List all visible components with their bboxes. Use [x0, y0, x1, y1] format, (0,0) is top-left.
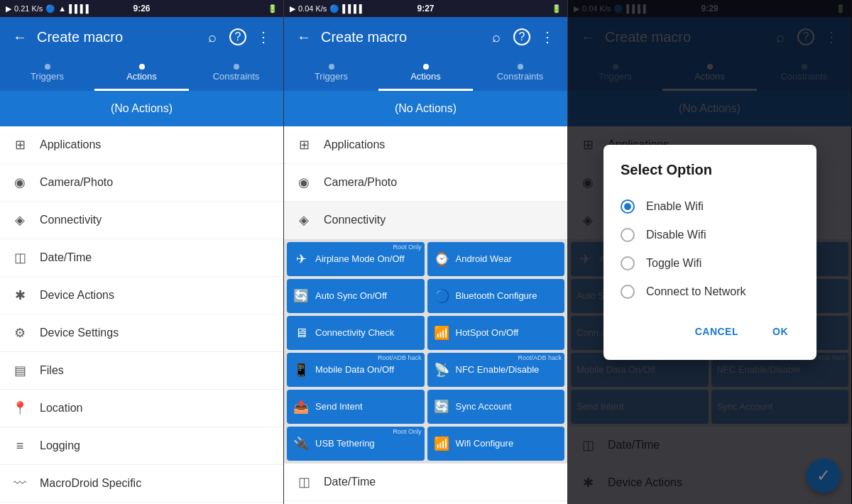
deviceactions-icon-1: ✱ [11, 287, 28, 304]
menu-item-devicesettings-1[interactable]: ⚙ Device Settings [0, 314, 283, 352]
search-icon-2[interactable]: ⌕ [485, 26, 508, 48]
help-icon-2[interactable]: ? [513, 28, 530, 45]
radio-connect-network[interactable] [621, 285, 635, 299]
tab-triggers-1[interactable]: Triggers [0, 57, 94, 91]
dialog-title: Select Option [621, 162, 799, 178]
connectivity-icon-1: ◈ [11, 212, 28, 229]
camera-label-2: Camera/Photo [324, 176, 556, 189]
tab-actions-label-2: Actions [410, 71, 441, 82]
location-icon-1: 📍 [11, 400, 28, 417]
app-icon-2: ▶ [290, 4, 295, 13]
tab-actions-2[interactable]: Actions [378, 57, 473, 91]
menu-item-datetime-1[interactable]: ◫ Date/Time [0, 239, 283, 277]
action-auto-sync[interactable]: 🔄 Auto Sync On/Off [287, 279, 425, 313]
dialog-option-disable-wifi[interactable]: Disable Wifi [621, 221, 799, 249]
menu-item-datetime-2[interactable]: ◫ Date/Time [284, 464, 567, 501]
menu-item-applications-2[interactable]: ⊞ Applications [284, 126, 567, 164]
hotspot-icon: 📶 [433, 325, 450, 341]
tab-triggers-2[interactable]: Triggers [284, 57, 378, 91]
root-badge-nfc: Root/ADB hack [518, 354, 562, 361]
usb-icon: 🔌 [293, 436, 310, 451]
action-nfc[interactable]: Root/ADB hack 📡 NFC Enable/Disable [427, 353, 565, 387]
logging-icon-1: ≡ [11, 437, 28, 454]
app-icon-1: ▶ [6, 4, 11, 13]
menu-item-macrodroid-1[interactable]: 〰 MacroDroid Specific [0, 465, 283, 503]
tab-bar-2: Triggers Actions Constraints [284, 57, 567, 91]
conncheck-label: Connectivity Check [315, 327, 394, 339]
camera-icon-2: ◉ [295, 174, 312, 191]
battery-icon-1: 🔋 [268, 4, 278, 13]
time-1: 9:26 [133, 4, 150, 13]
ok-button[interactable]: OK [761, 320, 799, 343]
radio-enable-wifi[interactable] [621, 199, 635, 214]
tab-constraints-1[interactable]: Constraints [189, 57, 283, 91]
hotspot-label: HotSpot On/Off [456, 327, 519, 339]
tab-actions-label-1: Actions [126, 71, 157, 82]
search-icon-1[interactable]: ⌕ [201, 26, 224, 48]
menu-item-location-1[interactable]: 📍 Location [0, 390, 283, 427]
tab-actions-1[interactable]: Actions [94, 57, 189, 91]
menu-item-logging-1[interactable]: ≡ Logging [0, 427, 283, 465]
help-icon-1[interactable]: ? [229, 28, 246, 45]
dialog-option-toggle-wifi[interactable]: Toggle Wifi [621, 249, 799, 278]
devicesettings-label-1: Device Settings [40, 327, 272, 339]
menu-item-connectivity-1[interactable]: ◈ Connectivity [0, 202, 283, 239]
logging-label-1: Logging [40, 439, 272, 452]
files-icon-1: ▤ [11, 362, 28, 379]
time-2: 9:27 [417, 4, 434, 13]
dialog-option-enable-wifi[interactable]: Enable Wifi [621, 192, 799, 221]
menu-item-applications-1[interactable]: ⊞ Applications [0, 126, 283, 164]
applications-label-2: Applications [324, 138, 556, 151]
action-airplane-mode[interactable]: Root Only ✈ Airplane Mode On/Off [287, 242, 425, 276]
tab-dot-triggers-1 [45, 64, 50, 70]
action-hotspot[interactable]: 📶 HotSpot On/Off [427, 316, 565, 350]
menu-item-files-1[interactable]: ▤ Files [0, 352, 283, 390]
action-send-intent[interactable]: 📤 Send Intent [287, 390, 425, 424]
enable-wifi-label: Enable Wifi [646, 200, 704, 213]
dialog-overlay: Select Option Enable Wifi Disable Wifi T… [568, 0, 852, 504]
bluetooth-label: Bluetooth Configure [456, 290, 537, 302]
airplane-label: Airplane Mode On/Off [315, 253, 405, 265]
status-left-2: ▶ 0.04 K/s 🔵 ▌▌▌▌ [290, 4, 365, 13]
more-icon-2[interactable]: ⋮ [536, 26, 559, 48]
action-sync-account[interactable]: 🔄 Sync Account [427, 390, 565, 424]
menu-item-connectivity-2[interactable]: ◈ Connectivity [284, 202, 567, 239]
radio-disable-wifi[interactable] [621, 228, 635, 242]
sendintent-icon: 📤 [293, 399, 310, 415]
tab-triggers-label-1: Triggers [31, 71, 64, 82]
root-badge-mobile: Root/ADB hack [378, 354, 422, 361]
action-usb-tethering[interactable]: Root Only 🔌 USB Tethering [287, 427, 425, 461]
action-connectivity-check[interactable]: 🖥 Connectivity Check [287, 316, 425, 350]
tab-dot-triggers-2 [329, 64, 334, 70]
more-icon-1[interactable]: ⋮ [252, 26, 275, 48]
tab-dot-constraints-1 [234, 64, 239, 70]
wificonfig-icon: 📶 [433, 436, 450, 451]
dialog-option-connect-network[interactable]: Connect to Network [621, 278, 799, 306]
cancel-button[interactable]: CANCEL [684, 320, 750, 343]
back-button-2[interactable]: ← [293, 26, 315, 48]
nfc-icon: 📡 [433, 362, 450, 378]
tab-constraints-2[interactable]: Constraints [473, 57, 567, 91]
menu-item-deviceactions-1[interactable]: ✱ Device Actions [0, 277, 283, 314]
back-button-1[interactable]: ← [9, 26, 31, 48]
tab-constraints-label-2: Constraints [497, 71, 544, 82]
status-right-2: 🔋 [552, 4, 562, 13]
radio-toggle-wifi[interactable] [621, 256, 635, 270]
syncaccount-icon: 🔄 [433, 399, 450, 415]
action-wifi-configure[interactable]: 📶 Wifi Configure [427, 427, 565, 461]
action-grid-2: Root Only ✈ Airplane Mode On/Off ⌚ Andro… [284, 239, 567, 464]
root-badge-usb: Root Only [393, 428, 421, 435]
menu-item-deviceactions-2[interactable]: ✱ Device Actions ✓ [284, 501, 567, 504]
camera-label-1: Camera/Photo [40, 176, 272, 189]
bluetooth-icon-1: 🔵 [45, 4, 55, 13]
deviceactions-label-1: Device Actions [40, 289, 272, 302]
no-actions-bar-2: (No Actions) [284, 91, 567, 126]
status-bar-2: ▶ 0.04 K/s 🔵 ▌▌▌▌ 9:27 🔋 [284, 0, 567, 17]
action-mobile-data[interactable]: Root/ADB hack 📱 Mobile Data On/Off [287, 353, 425, 387]
action-android-wear[interactable]: ⌚ Android Wear [427, 242, 565, 276]
action-bluetooth[interactable]: 🔵 Bluetooth Configure [427, 279, 565, 313]
menu-item-camera-1[interactable]: ◉ Camera/Photo [0, 164, 283, 202]
datetime-label-1: Date/Time [40, 251, 272, 264]
macrodroid-icon-1: 〰 [11, 475, 28, 492]
menu-item-camera-2[interactable]: ◉ Camera/Photo [284, 164, 567, 202]
